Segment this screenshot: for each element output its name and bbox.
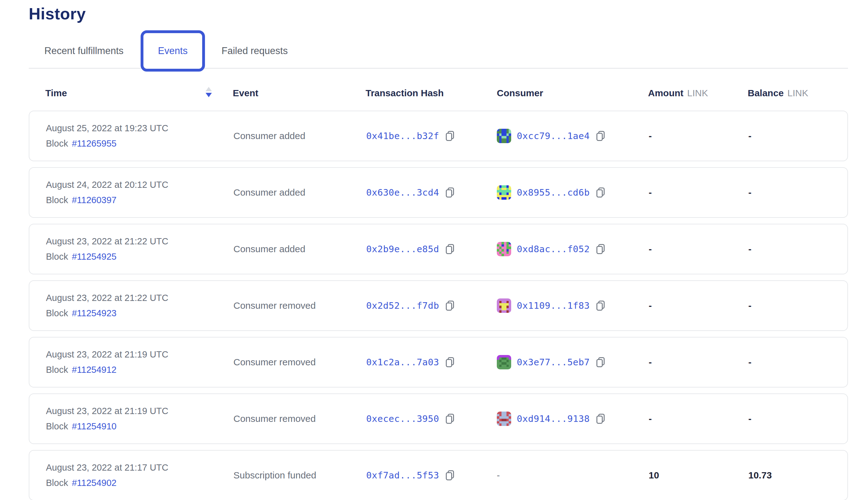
transaction-hash-link[interactable]: 0xecec...3950 bbox=[366, 413, 439, 424]
copy-icon[interactable] bbox=[445, 130, 455, 141]
event-cell: Consumer added bbox=[233, 224, 305, 274]
copy-icon[interactable] bbox=[596, 187, 605, 198]
event-cell: Subscription funded bbox=[233, 451, 316, 500]
consumer-address-link[interactable]: 0xcc79...1ae4 bbox=[517, 130, 590, 141]
transaction-hash-link[interactable]: 0x41be...b32f bbox=[366, 130, 439, 141]
balance-cell: - bbox=[748, 168, 752, 217]
consumer-cell: 0xd914...9138 bbox=[497, 394, 605, 443]
event-cell: Consumer removed bbox=[233, 338, 316, 387]
consumer-cell: 0xcc79...1ae4 bbox=[497, 111, 605, 161]
block-line: Block #11265955 bbox=[46, 138, 116, 149]
consumer-address-link[interactable]: 0xd8ac...f052 bbox=[517, 244, 590, 254]
table-row: August 23, 2022 at 21:17 UTC Block #1125… bbox=[29, 450, 848, 500]
transaction-hash-link[interactable]: 0x1c2a...7a03 bbox=[366, 357, 439, 367]
column-header-consumer[interactable]: Consumer bbox=[497, 84, 543, 102]
copy-icon[interactable] bbox=[445, 413, 455, 424]
history-page: History Recent fulfillments Events Faile… bbox=[0, 0, 868, 500]
sort-down-triangle bbox=[206, 93, 212, 97]
consumer-avatar bbox=[497, 411, 511, 426]
consumer-avatar bbox=[497, 185, 511, 200]
tab-recent-fulfillments[interactable]: Recent fulfillments bbox=[44, 30, 123, 71]
sort-up-triangle bbox=[206, 87, 212, 91]
time-cell: August 23, 2022 at 21:19 UTC Block #1125… bbox=[46, 338, 168, 387]
block-label: Block bbox=[46, 138, 68, 149]
event-timestamp: August 23, 2022 at 21:22 UTC bbox=[46, 236, 168, 247]
transaction-cell: 0xecec...3950 bbox=[366, 394, 455, 443]
block-label: Block bbox=[46, 195, 68, 205]
table-row: August 23, 2022 at 21:22 UTC Block #1125… bbox=[29, 280, 848, 331]
amount-cell: - bbox=[649, 168, 652, 217]
block-line: Block #11254912 bbox=[46, 365, 116, 375]
column-header-amount[interactable]: Amount LINK bbox=[648, 84, 708, 102]
balance-label: Balance bbox=[748, 88, 784, 99]
column-header-balance[interactable]: Balance LINK bbox=[748, 84, 808, 102]
transaction-cell: 0xf7ad...5f53 bbox=[366, 451, 455, 500]
copy-icon[interactable] bbox=[596, 413, 605, 424]
block-label: Block bbox=[46, 365, 68, 375]
block-number-link[interactable]: #11254912 bbox=[72, 365, 116, 375]
consumer-avatar bbox=[497, 355, 511, 370]
consumer-cell: 0x3e77...5eb7 bbox=[497, 338, 605, 387]
consumer-address-link: - bbox=[497, 470, 500, 481]
consumer-address-link[interactable]: 0x8955...cd6b bbox=[517, 187, 590, 198]
tab-events[interactable]: Events bbox=[141, 30, 205, 71]
time-cell: August 25, 2022 at 19:23 UTC Block #1126… bbox=[46, 111, 168, 161]
copy-icon[interactable] bbox=[596, 356, 605, 368]
tab-failed-requests[interactable]: Failed requests bbox=[221, 30, 288, 71]
copy-icon[interactable] bbox=[596, 130, 605, 141]
transaction-cell: 0x2b9e...e85d bbox=[366, 224, 455, 274]
block-line: Block #11254910 bbox=[46, 421, 116, 432]
block-number-link[interactable]: #11254902 bbox=[72, 478, 116, 488]
transaction-hash-link[interactable]: 0x2b9e...e85d bbox=[366, 244, 439, 254]
table-row: August 23, 2022 at 21:19 UTC Block #1125… bbox=[29, 394, 848, 444]
balance-unit-label: LINK bbox=[787, 88, 808, 99]
table-row: August 25, 2022 at 19:23 UTC Block #1126… bbox=[29, 111, 848, 161]
amount-cell: - bbox=[649, 111, 652, 161]
consumer-address-link[interactable]: 0x1109...1f83 bbox=[517, 300, 590, 311]
event-cell: Consumer added bbox=[233, 111, 305, 161]
transaction-cell: 0x1c2a...7a03 bbox=[366, 338, 455, 387]
consumer-avatar bbox=[497, 129, 511, 143]
column-header-event[interactable]: Event bbox=[233, 84, 259, 102]
consumer-address-link[interactable]: 0xd914...9138 bbox=[517, 413, 590, 424]
copy-icon[interactable] bbox=[445, 300, 455, 311]
copy-icon[interactable] bbox=[445, 187, 455, 198]
event-timestamp: August 25, 2022 at 19:23 UTC bbox=[46, 123, 168, 134]
balance-cell: - bbox=[748, 224, 752, 274]
event-timestamp: August 23, 2022 at 21:17 UTC bbox=[46, 463, 168, 473]
transaction-hash-link[interactable]: 0x630e...3cd4 bbox=[366, 187, 439, 198]
copy-icon[interactable] bbox=[445, 356, 455, 368]
table-row: August 23, 2022 at 21:22 UTC Block #1125… bbox=[29, 224, 848, 274]
block-number-link[interactable]: #11254923 bbox=[72, 308, 116, 318]
copy-icon[interactable] bbox=[445, 470, 455, 481]
balance-cell: - bbox=[748, 394, 752, 443]
block-number-link[interactable]: #11260397 bbox=[72, 195, 116, 205]
amount-cell: - bbox=[649, 394, 652, 443]
copy-icon[interactable] bbox=[596, 300, 605, 311]
table-row: August 24, 2022 at 20:12 UTC Block #1126… bbox=[29, 167, 848, 218]
consumer-cell: - bbox=[497, 451, 500, 500]
block-number-link[interactable]: #11254925 bbox=[72, 252, 116, 262]
block-line: Block #11254923 bbox=[46, 308, 116, 318]
sort-descending-icon[interactable] bbox=[206, 87, 212, 97]
balance-cell: 10.73 bbox=[748, 451, 772, 500]
balance-cell: - bbox=[748, 111, 752, 161]
block-number-link[interactable]: #11254910 bbox=[72, 421, 116, 432]
table-row: August 23, 2022 at 21:19 UTC Block #1125… bbox=[29, 337, 848, 387]
consumer-cell: 0xd8ac...f052 bbox=[497, 224, 605, 274]
column-header-time[interactable]: Time bbox=[45, 84, 67, 102]
column-header-transaction-hash[interactable]: Transaction Hash bbox=[366, 84, 444, 102]
block-label: Block bbox=[46, 478, 68, 488]
transaction-cell: 0x630e...3cd4 bbox=[366, 168, 455, 217]
amount-cell: - bbox=[649, 338, 652, 387]
transaction-hash-link[interactable]: 0x2d52...f7db bbox=[366, 300, 439, 311]
copy-icon[interactable] bbox=[445, 243, 455, 255]
tab-bar: Recent fulfillments Events Failed reques… bbox=[29, 30, 848, 71]
consumer-address-link[interactable]: 0x3e77...5eb7 bbox=[517, 357, 590, 367]
block-label: Block bbox=[46, 421, 68, 432]
event-timestamp: August 23, 2022 at 21:19 UTC bbox=[46, 349, 168, 360]
copy-icon[interactable] bbox=[596, 243, 605, 255]
transaction-hash-link[interactable]: 0xf7ad...5f53 bbox=[366, 470, 439, 481]
block-number-link[interactable]: #11265955 bbox=[72, 138, 116, 149]
event-cell: Consumer removed bbox=[233, 394, 316, 443]
